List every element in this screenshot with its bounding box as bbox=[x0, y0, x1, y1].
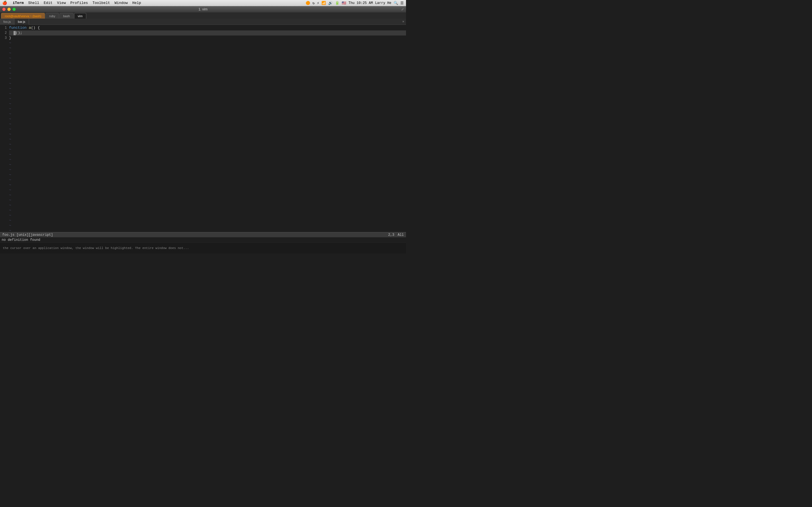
tilde-26: ~ bbox=[9, 167, 406, 172]
tilde-9: ~ bbox=[9, 81, 406, 86]
tilde-18: ~ bbox=[9, 127, 406, 132]
apps-icon: ⚡ bbox=[317, 1, 319, 5]
editor-area[interactable]: 1 2 3 function a() { (); } ~ bbox=[0, 25, 406, 232]
menu-view[interactable]: View bbox=[55, 0, 68, 6]
expand-icon[interactable]: ⤢ bbox=[401, 8, 404, 11]
menu-help[interactable]: Help bbox=[130, 0, 143, 6]
iterm-window: 1. vim ⤢ root@vault/veeva:~ (bash) ruby … bbox=[0, 6, 406, 253]
session-tab-bash[interactable]: root@vault/veeva:~ (bash) bbox=[1, 13, 45, 18]
tilde-15: ~ bbox=[9, 112, 406, 117]
menu-bar: 🍎 iTerm Shell Edit View Profiles Toolbel… bbox=[0, 0, 406, 6]
tilde-21: ~ bbox=[9, 142, 406, 147]
tilde-3: ~ bbox=[9, 51, 406, 56]
tilde-31: ~ bbox=[9, 193, 406, 198]
menu-window[interactable]: Window bbox=[112, 0, 130, 6]
tilde-32: ~ bbox=[9, 198, 406, 203]
tilde-19: ~ bbox=[9, 132, 406, 137]
tilde-13: ~ bbox=[9, 101, 406, 107]
menu-iterm[interactable]: iTerm bbox=[10, 0, 26, 6]
window-controls bbox=[2, 8, 16, 11]
vim-command-line: no definition found bbox=[0, 237, 406, 242]
code-line-3: } bbox=[9, 36, 406, 41]
vim-status-line: foo.js [unix][javascript] 2,3 All bbox=[0, 232, 406, 237]
window-title: 1. vim bbox=[199, 7, 207, 11]
tilde-16: ~ bbox=[9, 117, 406, 122]
menu-shell[interactable]: Shell bbox=[26, 0, 42, 6]
cursor bbox=[13, 31, 16, 35]
tilde-8: ~ bbox=[9, 76, 406, 81]
code-content[interactable]: function a() { (); } ~ ~ ~ ~ ~ ~ ~ ~ bbox=[8, 25, 406, 232]
tilde-28: ~ bbox=[9, 177, 406, 182]
line-numbers: 1 2 3 bbox=[0, 25, 8, 232]
tilde-10: ~ bbox=[9, 86, 406, 91]
line-num-3: 3 bbox=[2, 36, 7, 41]
tilde-34: ~ bbox=[9, 208, 406, 213]
pane-area: foo.js bar.js ✕ 1 2 3 function a() { bbox=[0, 18, 406, 242]
code-line-1: function a() { bbox=[9, 25, 406, 31]
tilde-27: ~ bbox=[9, 172, 406, 177]
close-button[interactable] bbox=[2, 8, 6, 11]
volume-icon: 🔊 bbox=[328, 1, 333, 5]
tilde-24: ~ bbox=[9, 157, 406, 162]
tilde-7: ~ bbox=[9, 71, 406, 76]
buffer-tab-bar: foo.js bar.js ✕ bbox=[0, 18, 406, 25]
bottom-bar: the cursor over an application window, t… bbox=[0, 242, 406, 253]
tilde-36: ~ bbox=[9, 218, 406, 223]
status-file: foo.js [unix][javascript] bbox=[2, 233, 53, 237]
tilde-25: ~ bbox=[9, 162, 406, 167]
menu-bar-right: 🟠 ↻ ⚡ 📶 🔊 🔋 🇺🇸 Thu 10:25 AM Larry He 🔍 ☰ bbox=[306, 1, 404, 5]
status-scroll: All bbox=[398, 233, 404, 237]
session-tab-ruby[interactable]: ruby bbox=[45, 13, 59, 18]
tilde-23: ~ bbox=[9, 152, 406, 157]
session-tab-vim[interactable]: vim bbox=[74, 13, 86, 18]
code-line-2: (); bbox=[9, 31, 406, 36]
menu-user[interactable]: Larry He bbox=[375, 1, 391, 5]
buffer-tab-bar[interactable]: bar.js bbox=[14, 18, 29, 25]
flag-icon: 🇺🇸 bbox=[342, 1, 346, 5]
search-icon[interactable]: 🔍 bbox=[394, 1, 398, 5]
tilde-5: ~ bbox=[9, 61, 406, 66]
menu-time: Thu 10:25 AM bbox=[349, 1, 373, 5]
line-num-1: 1 bbox=[2, 25, 7, 31]
buffer-tab-foo[interactable]: foo.js bbox=[0, 18, 14, 25]
tilde-22: ~ bbox=[9, 147, 406, 152]
wifi-icon: 📶 bbox=[321, 1, 326, 5]
line-num-2: 2 bbox=[2, 31, 7, 36]
bottom-text: the cursor over an application window, t… bbox=[3, 246, 189, 250]
minimize-button[interactable] bbox=[7, 8, 11, 11]
tilde-35: ~ bbox=[9, 213, 406, 218]
tilde-11: ~ bbox=[9, 91, 406, 96]
menu-edit[interactable]: Edit bbox=[42, 0, 55, 6]
menu-toolbelt[interactable]: Toolbelt bbox=[90, 0, 112, 6]
tilde-38: ~ bbox=[9, 228, 406, 232]
tilde-33: ~ bbox=[9, 203, 406, 208]
buffer-close-icon[interactable]: ✕ bbox=[401, 19, 406, 24]
tilde-14: ~ bbox=[9, 107, 406, 112]
maximize-button[interactable] bbox=[12, 8, 16, 11]
tilde-4: ~ bbox=[9, 56, 406, 61]
sync-icon: ↻ bbox=[312, 1, 315, 5]
session-tab-bar: root@vault/veeva:~ (bash) ruby bash vim bbox=[0, 12, 406, 18]
status-position: 2,3 bbox=[388, 233, 395, 237]
notification-center-icon[interactable]: ☰ bbox=[400, 1, 404, 5]
tilde-1: ~ bbox=[9, 41, 406, 46]
status-left: foo.js [unix][javascript] bbox=[2, 233, 53, 237]
tilde-20: ~ bbox=[9, 137, 406, 142]
iterm-status-icon: 🟠 bbox=[306, 1, 310, 5]
title-bar: 1. vim ⤢ bbox=[0, 6, 406, 12]
battery-icon: 🔋 bbox=[335, 1, 340, 5]
session-tab-bash2[interactable]: bash bbox=[59, 13, 73, 18]
tilde-12: ~ bbox=[9, 96, 406, 101]
tilde-30: ~ bbox=[9, 187, 406, 193]
tilde-29: ~ bbox=[9, 182, 406, 187]
tilde-37: ~ bbox=[9, 223, 406, 228]
tilde-2: ~ bbox=[9, 46, 406, 51]
tilde-17: ~ bbox=[9, 122, 406, 127]
menu-profiles[interactable]: Profiles bbox=[68, 0, 90, 6]
apple-logo[interactable]: 🍎 bbox=[2, 1, 7, 5]
command-text: no definition found bbox=[2, 238, 40, 242]
status-right: 2,3 All bbox=[388, 233, 404, 237]
tilde-6: ~ bbox=[9, 66, 406, 71]
